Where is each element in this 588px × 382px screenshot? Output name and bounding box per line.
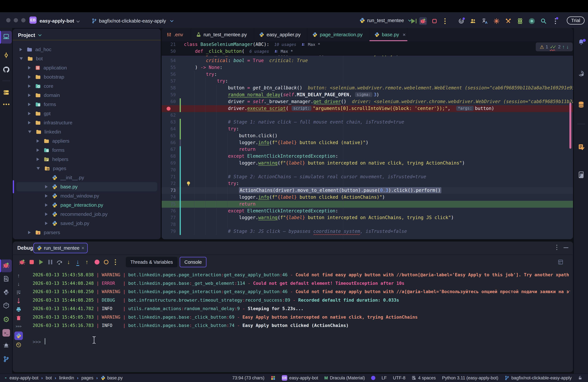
pause-button[interactable]: [46, 258, 54, 266]
project-selector[interactable]: easy-apply-bot: [40, 18, 79, 24]
code-line-79[interactable]: 79 # Stage 3: JS click — bypasses coordi…: [162, 228, 573, 235]
terminal-tool-icon[interactable]: >_: [0, 329, 12, 337]
arrow-up-icon[interactable]: ↑: [14, 272, 23, 279]
debug-button[interactable]: [419, 17, 427, 25]
tree-item-core[interactable]: core: [13, 82, 161, 91]
ai-assistant-tool-icon[interactable]: [574, 70, 588, 77]
tree-item-forms[interactable]: forms: [13, 146, 161, 155]
rerun-debug-button[interactable]: [18, 258, 26, 266]
arrow-up-icon[interactable]: ↑: [562, 44, 565, 50]
step-over-button[interactable]: [56, 258, 63, 266]
code-line-76[interactable]: 76 except ElementClickInterceptedExcepti…: [162, 208, 573, 214]
tree-item-domain[interactable]: domain: [13, 91, 161, 100]
tree-chevron-icon[interactable]: [28, 130, 31, 133]
stop-debug-button[interactable]: [28, 258, 36, 266]
lock-icon[interactable]: [578, 376, 583, 380]
project-avatar[interactable]: EB: [29, 17, 37, 24]
tree-item-appliers[interactable]: appliers: [13, 136, 161, 146]
tree-chevron-icon[interactable]: [28, 231, 31, 234]
mute-breakpoints-button[interactable]: [93, 258, 101, 266]
debug-more-kebab[interactable]: [111, 258, 119, 266]
branch-selector[interactable]: bagfix/not-clickable-easy-apply: [91, 18, 172, 24]
tree-item-application[interactable]: application: [13, 63, 161, 72]
project-tool-icon[interactable]: [0, 33, 12, 40]
tree-item-recommended-job-py[interactable]: recommended_job.py: [13, 210, 161, 219]
code-line-54[interactable]: 54 critical: bool = True critical: True: [162, 57, 573, 64]
window-zoom-button[interactable]: [21, 18, 25, 22]
code-line-55[interactable]: 55 ) -> None:: [162, 64, 573, 71]
code-line-67[interactable]: 67 return: [162, 146, 573, 153]
settings-sync-tool-icon[interactable]: ⚙: [0, 316, 12, 323]
code-line-77[interactable]: 77 logger.warning(f"{label} button inter…: [162, 214, 573, 221]
python-console-icon[interactable]: [14, 332, 23, 340]
code-line-63[interactable]: 63 # Stage 1: native click — full mouse …: [162, 119, 573, 126]
tree-item-forms[interactable]: forms: [13, 100, 161, 109]
code-line-70[interactable]: 70: [162, 167, 573, 173]
tree-item-bot[interactable]: bot: [13, 54, 161, 63]
users-plugin-icon[interactable]: [469, 17, 477, 25]
run-config-selector[interactable]: run_test_mentee: [359, 18, 410, 23]
arrow-down-icon[interactable]: ↓: [14, 280, 23, 288]
tree-chevron-icon[interactable]: [28, 103, 31, 106]
breadcrumb-item[interactable]: linkedin: [59, 376, 74, 381]
editor-tab-page-interaction-py[interactable]: page_interaction.py: [307, 28, 369, 41]
tab-threads-variables[interactable]: Threads & Variables: [126, 257, 178, 267]
tree-item-infrastructure[interactable]: infrastructure: [13, 118, 161, 127]
code-line-59[interactable]: 59 random_normal_delay(self.MIN_DELAY_PA…: [162, 91, 573, 98]
tree-item-linkedin[interactable]: linkedin: [13, 127, 161, 136]
project-tool-header[interactable]: Project: [18, 32, 40, 38]
scrollbar-thumb[interactable]: [569, 103, 571, 149]
clear-console-icon[interactable]: [14, 314, 23, 322]
tree-item-bootstrap[interactable]: bootstrap: [13, 72, 161, 82]
editor-tab-easy-applier-py[interactable]: easy_applier.py: [254, 28, 307, 41]
encoding-selector[interactable]: UTF-8: [393, 376, 406, 381]
window-grid-icon[interactable]: [271, 376, 275, 380]
teal-dot-plugin-icon[interactable]: [528, 17, 536, 25]
tree-chevron-icon[interactable]: [28, 94, 31, 97]
code-line-57[interactable]: 57 try:: [162, 78, 573, 85]
breadcrumb-item[interactable]: bot: [46, 376, 52, 381]
sticky-line-21[interactable]: 21class BaseSeleniumManager(ABC): 10 usa…: [162, 41, 573, 48]
code-line-56[interactable]: 56 try:: [162, 71, 573, 78]
tree-chevron-icon[interactable]: [37, 149, 39, 152]
python-packages-tool-icon[interactable]: [0, 289, 12, 296]
stop-button[interactable]: [431, 17, 438, 25]
window-close-button[interactable]: [6, 18, 10, 22]
notifications-tool-icon[interactable]: [0, 342, 12, 349]
theme-selector[interactable]: MDracula (Material): [324, 376, 365, 381]
tree-chevron-icon[interactable]: [45, 222, 48, 225]
tree-item-parsers[interactable]: #parsers: [13, 228, 161, 237]
scroll-to-end-icon[interactable]: [14, 297, 23, 305]
code-line-66[interactable]: 66 logger.info(f"{label} button clicked …: [162, 139, 573, 146]
code-line-58[interactable]: 58 button = get_btn_callback() button: <…: [162, 85, 573, 91]
tree-item-ad-hoc[interactable]: ad_hoc: [13, 45, 161, 54]
project-badge[interactable]: EBeasy-apply-bot: [282, 375, 318, 381]
arrow-down-icon[interactable]: ↓: [566, 44, 569, 50]
step-into-button[interactable]: ↓: [65, 258, 73, 266]
tree-chevron-icon[interactable]: [20, 48, 22, 51]
tree-chevron-icon[interactable]: [28, 121, 31, 124]
more-tools-icon[interactable]: [0, 104, 12, 105]
settings-kebab-icon[interactable]: [551, 17, 559, 25]
breadcrumb-item[interactable]: easy-apply-bot: [9, 376, 38, 381]
editor-tab--env[interactable]: .env: [162, 28, 191, 41]
sticky-line-50[interactable]: 50 def _click_button( 6 usages Max *: [162, 48, 573, 55]
documentation-tool-icon[interactable]: A: [574, 171, 588, 178]
code-line-78[interactable]: 78: [162, 221, 573, 228]
line-ending-selector[interactable]: LF: [381, 376, 387, 381]
prompt-icon[interactable]: >>>: [14, 322, 23, 330]
atom-plugin-icon[interactable]: [516, 17, 524, 25]
services-tool-icon[interactable]: [0, 302, 12, 309]
layout-settings-icon[interactable]: [557, 258, 565, 266]
history-icon[interactable]: [14, 341, 23, 349]
code-line-61[interactable]: driver.execute_script( script:"arguments…: [162, 105, 573, 112]
tools-plugin-icon[interactable]: [504, 17, 512, 25]
tree-item-helpers[interactable]: helpers: [13, 155, 161, 164]
code-line-60[interactable]: 60 driver = self._browser_manager.get_dr…: [162, 98, 573, 105]
indent-selector[interactable]: 4 spaces: [412, 376, 436, 381]
tree-chevron-icon[interactable]: [28, 75, 31, 79]
tree-item-saved-job-py[interactable]: saved_job.py: [13, 219, 161, 228]
tree-chevron-icon[interactable]: [37, 139, 39, 143]
more-run-actions-kebab[interactable]: [441, 17, 449, 25]
print-icon[interactable]: [14, 306, 23, 313]
